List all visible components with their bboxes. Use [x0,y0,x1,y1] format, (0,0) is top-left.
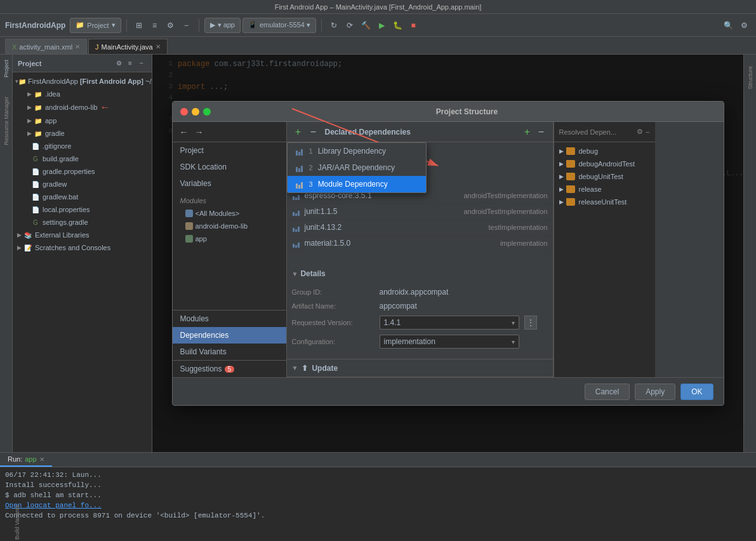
build-variants-bottom[interactable]: Build Variants [13,504,22,541]
modal-right-panel: Resolved Depen... ⚙ − ▶ debug [554,122,655,377]
nav-modules-item[interactable]: Modules [173,310,286,327]
run-tab-close[interactable]: ✕ [39,456,44,463]
tree-idea-arrow: ▶ [25,91,33,97]
stop-btn[interactable]: ■ [406,18,420,32]
structure-side-label[interactable]: Structure [746,63,755,92]
emulator-dropdown[interactable]: 📱 emulator-5554 ▾ [242,18,316,33]
tree-external-libraries[interactable]: ▶ 📚 External Libraries [13,229,152,241]
nav-dependencies[interactable]: Dependencies [173,327,286,344]
log-text-1: Install successfully... [5,481,102,489]
dropdown-jar-dep[interactable]: 2 JAR/AAR Dependency [288,159,426,176]
cancel-button[interactable]: Cancel [585,384,630,400]
minus-btn[interactable]: − [180,18,194,32]
debug-btn[interactable]: 🐛 [390,18,404,32]
modal-title-bar: Project Structure [173,102,724,122]
tree-gradle[interactable]: ▶ 📁 gradle [13,127,152,140]
resolved-debugunittest[interactable]: ▶ debugUnitTest [554,170,655,183]
close-traffic-light[interactable] [180,108,188,116]
settings2-btn[interactable]: ⚙ [737,18,751,32]
tree-local-properties[interactable]: 📄 local.properties [13,203,152,216]
tree-idea[interactable]: ▶ 📁 .idea [13,88,152,100]
app-folder-icon: 📁 [33,116,43,126]
dropdown-module-dep[interactable]: 3 Module Dependency [288,176,426,192]
maximize-traffic-light[interactable] [203,108,211,116]
add-dep-btn[interactable]: + [292,126,305,138]
resource-manager-side-icon[interactable]: Resource Manager [2,94,11,148]
build-btn[interactable]: 🔨 [359,18,373,32]
demo-lib-dot [185,222,193,230]
tree-gitignore[interactable]: 📄 .gitignore [13,140,152,152]
resolved-deps-settings[interactable]: ⚙ [637,128,643,136]
nav-all-modules[interactable]: <All Modules> [173,207,286,220]
tree-gradle-properties[interactable]: 📄 gradle.properties [13,165,152,178]
search-btn[interactable]: 🔍 [721,18,735,32]
tree-gradlew[interactable]: 📄 gradlew [13,178,152,190]
root-folder-icon: 📁 [18,76,26,86]
tree-scratches[interactable]: ▶ 📝 Scratches and Consoles [13,241,152,254]
toolbar-sep1 [126,19,127,32]
version-extra-btn[interactable]: ⋮ [524,316,537,330]
run-tab[interactable]: Run: app ✕ [0,453,52,467]
ok-button[interactable]: OK [680,384,713,400]
dep-material-config: implementation [500,239,548,247]
sync-btn[interactable]: ⟳ [343,18,357,32]
dep-material[interactable]: material:1.5.0 implementation [287,236,553,251]
apply-button[interactable]: Apply [635,384,675,400]
debug-label: debug [579,147,599,155]
tree-app[interactable]: ▶ 📁 app [13,114,152,127]
resolved-deps-minus[interactable]: − [646,128,649,136]
tree-root[interactable]: ▾ 📁 FirstAndroidApp [First Android App] … [13,75,152,88]
nav-back-btn[interactable]: ← [178,126,190,138]
update-header[interactable]: ▼ ⬆ Update [287,359,553,377]
project-side-icon[interactable]: Project [2,57,11,80]
tree-android-demo-lib[interactable]: ▶ 📁 android-demo-lib ← [13,100,152,114]
gradle-props-icon: 📄 [30,166,41,177]
details-section: ▼ Details Group ID: androidx.appcompat [287,265,553,359]
resolved-debug[interactable]: ▶ debug [554,145,655,157]
refresh-btn[interactable]: ↻ [327,18,341,32]
remove-dep-right-btn[interactable]: − [535,126,548,138]
remove-dep-btn[interactable]: − [307,126,320,138]
nav-android-demo-lib[interactable]: android-demo-lib [173,220,286,232]
tree-build-gradle[interactable]: G build.gradle [13,152,152,165]
nav-build-variants[interactable]: Build Variants [173,344,286,360]
resolved-release[interactable]: ▶ release [554,183,655,196]
tab-activity-main-close[interactable]: ✕ [75,43,80,50]
nav-variables[interactable]: Variables [173,175,286,192]
nav-suggestions[interactable]: Suggestions 5 [173,360,286,377]
structure-btn[interactable]: ⊞ [132,18,146,32]
nav-sdk-location[interactable]: SDK Location [173,159,286,175]
nav-forward-btn[interactable]: → [193,126,206,138]
tree-settings-gradle[interactable]: G settings.gradle [13,216,152,229]
details-header[interactable]: ▼ Details [287,265,553,283]
project-dropdown[interactable]: 📁 Project ▾ [70,18,121,33]
dropdown-library-dep[interactable]: 1 Library Dependency [288,143,426,159]
dep-junit2[interactable]: junit:4.13.2 testImplementation [287,220,553,236]
scratches-icon: 📝 [23,243,33,253]
version-input[interactable]: 1.4.1 ▾ [380,316,519,330]
tab-main-activity-close[interactable]: ✕ [156,43,161,50]
panel-gear-btn[interactable]: ⚙ [114,58,124,69]
resolved-releaseunittest[interactable]: ▶ releaseUnitTest [554,196,655,208]
nav-app-module[interactable]: app [173,232,286,245]
panel-minimize-btn[interactable]: − [136,58,147,69]
dep-junit1[interactable]: junit:1.1.5 androidTestImplementation [287,204,553,220]
tree-build-gradle-label: build.gradle [43,155,79,163]
layout-btn[interactable]: ≡ [148,18,162,32]
details-label: Details [300,269,325,278]
run-btn[interactable]: ▶ [375,18,388,32]
tab-activity-main[interactable]: X activity_main.xml ✕ [5,39,87,54]
config-input[interactable]: implementation ▾ [380,335,519,349]
settings-btn[interactable]: ⚙ [164,18,178,32]
add-dep-right-btn[interactable]: + [521,126,534,138]
bottom-tabs: Run: app ✕ [0,453,756,467]
nav-modules-section: Modules [173,192,286,207]
tree-gradlew-bat[interactable]: 📄 gradlew.bat [13,190,152,203]
app-dropdown[interactable]: ▶ ▾ app [204,18,241,33]
tab-main-activity[interactable]: J MainActivity.java ✕ [88,39,168,54]
resolved-debugandroidtest[interactable]: ▶ debugAndroidTest [554,157,655,170]
dropdown-jar-dep-label: JAR/AAR Dependency [318,163,395,172]
minimize-traffic-light[interactable] [192,108,199,116]
panel-layout-btn[interactable]: ≡ [125,58,135,69]
nav-project[interactable]: Project [173,142,286,159]
